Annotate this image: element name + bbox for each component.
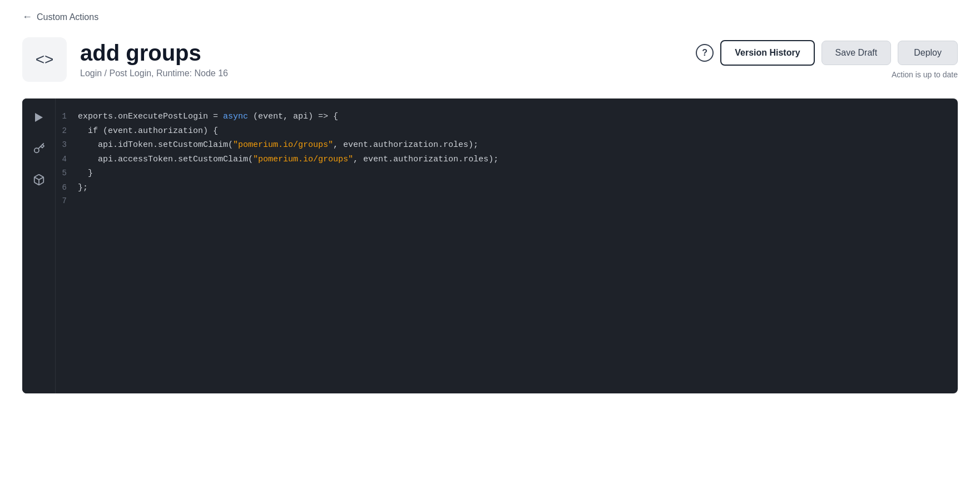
top-navigation: ← Custom Actions bbox=[0, 0, 980, 28]
svg-point-0 bbox=[34, 148, 38, 152]
help-icon[interactable]: ? bbox=[696, 44, 714, 62]
play-triangle-icon bbox=[35, 113, 43, 122]
line-content: }; bbox=[78, 181, 88, 195]
code-brackets-icon: <> bbox=[36, 51, 54, 68]
dependencies-icon[interactable] bbox=[31, 172, 47, 188]
deploy-button[interactable]: Deploy bbox=[898, 41, 958, 65]
line-number: 6 bbox=[56, 181, 78, 195]
key-icon bbox=[33, 142, 45, 155]
code-content-area[interactable]: 1exports.onExecutePostLogin = async (eve… bbox=[56, 98, 958, 393]
secrets-icon[interactable] bbox=[31, 141, 47, 156]
code-line: 2 if (event.authorization) { bbox=[56, 124, 947, 139]
line-number: 2 bbox=[56, 125, 78, 138]
code-line: 4 api.accessToken.setCustomClaim("pomeri… bbox=[56, 152, 947, 167]
line-content: } bbox=[78, 166, 93, 181]
code-line: 6}; bbox=[56, 181, 947, 195]
version-history-button[interactable]: Version History bbox=[720, 40, 814, 66]
header-section: <> add groups Login / Post Login, Runtim… bbox=[0, 28, 980, 93]
line-content: api.accessToken.setCustomClaim("pomerium… bbox=[78, 152, 498, 167]
title-info: add groups Login / Post Login, Runtime: … bbox=[80, 41, 228, 78]
action-icon-box: <> bbox=[22, 37, 67, 82]
code-line: 7 bbox=[56, 195, 947, 208]
code-editor: 1exports.onExecutePostLogin = async (eve… bbox=[22, 98, 958, 393]
action-status: Action is up to date bbox=[892, 70, 958, 79]
header-left: <> add groups Login / Post Login, Runtim… bbox=[22, 37, 228, 82]
action-subtitle: Login / Post Login, Runtime: Node 16 bbox=[80, 68, 228, 78]
line-number: 5 bbox=[56, 167, 78, 180]
header-right-wrapper: ? Version History Save Draft Deploy Acti… bbox=[696, 40, 958, 79]
line-number: 7 bbox=[56, 195, 78, 208]
line-content: exports.onExecutePostLogin = async (even… bbox=[78, 110, 338, 124]
editor-sidebar bbox=[22, 98, 56, 393]
line-content: api.idToken.setCustomClaim("pomerium.io/… bbox=[78, 138, 478, 152]
action-title: add groups bbox=[80, 41, 228, 65]
back-arrow-icon[interactable]: ← bbox=[22, 11, 32, 23]
box-icon bbox=[33, 174, 45, 186]
code-line: 1exports.onExecutePostLogin = async (eve… bbox=[56, 110, 947, 124]
header-actions: ? Version History Save Draft Deploy bbox=[696, 40, 958, 66]
code-line: 5 } bbox=[56, 166, 947, 181]
line-number: 1 bbox=[56, 110, 78, 124]
save-draft-button[interactable]: Save Draft bbox=[821, 41, 892, 65]
back-label[interactable]: Custom Actions bbox=[37, 12, 98, 22]
line-number: 4 bbox=[56, 153, 78, 166]
line-number: 3 bbox=[56, 139, 78, 152]
code-line: 3 api.idToken.setCustomClaim("pomerium.i… bbox=[56, 138, 947, 152]
run-icon[interactable] bbox=[31, 110, 47, 125]
line-content: if (event.authorization) { bbox=[78, 124, 218, 139]
